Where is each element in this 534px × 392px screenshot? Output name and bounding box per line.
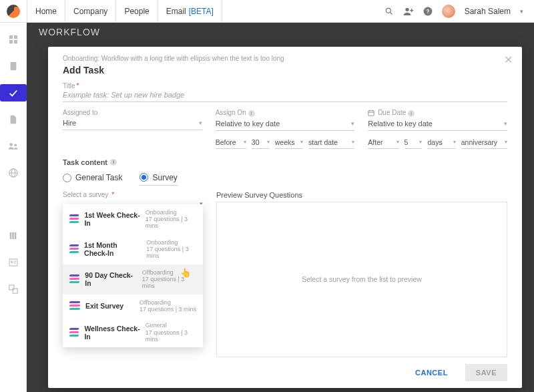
svg-rect-26 [368,111,374,116]
radio-survey[interactable]: Survey [140,170,177,186]
svg-rect-20 [9,259,17,266]
svg-point-13 [14,144,17,146]
radio-general-task[interactable]: General Task [63,173,122,182]
nav-tab-email[interactable]: Email [BETA] [158,0,222,22]
svg-point-0 [386,8,390,13]
modal-title: Add Task [63,65,507,75]
assign-number-select[interactable]: 30▾ [252,136,270,149]
svg-rect-11 [10,62,16,70]
survey-option[interactable]: 1st Week Check-In Onboarding17 questions… [63,204,203,234]
svg-rect-25 [13,288,17,293]
due-unit-select[interactable]: days▾ [427,136,455,149]
preview-box: Select a survey from the list to preview [216,202,507,358]
survey-icon [69,214,79,224]
assigned-to-select[interactable]: Hire▾ [63,116,202,130]
svg-rect-19 [14,232,16,240]
add-task-modal: ✕ Onboarding: Workflow with a long title… [48,47,522,388]
svg-rect-7 [9,35,12,39]
nav-tabs: Home Company People Email [BETA] [27,0,222,22]
sidebar-item-workflow[interactable] [0,84,27,102]
cancel-button[interactable]: CANCEL [405,364,459,381]
assign-unit-select[interactable]: weeks▾ [275,136,303,149]
sidebar-item-swap[interactable] [0,280,27,298]
sidebar-item-document[interactable] [0,57,27,75]
search-icon[interactable] [384,7,394,16]
survey-select-label: Select a survey * [63,191,203,198]
title-input[interactable] [63,89,507,102]
info-icon: i [408,110,415,117]
sidebar-item-file[interactable] [0,111,27,128]
svg-point-21 [11,261,13,263]
add-user-icon[interactable] [403,7,414,16]
nav-tab-email-label: Email [166,7,186,16]
nav-tab-people[interactable]: People [116,0,158,22]
sidebar-item-library[interactable] [0,227,27,244]
help-icon[interactable]: ? [423,7,433,16]
breadcrumb: Onboarding: Workflow with a long title w… [63,55,507,62]
app-logo [0,5,27,18]
svg-rect-24 [9,285,13,290]
main-content: WORKFLOW ✕ Onboarding: Workflow with a l… [27,23,534,392]
nav-tab-company[interactable]: Company [65,0,116,22]
svg-rect-9 [9,40,12,43]
assign-keydate-select[interactable]: start date▾ [308,136,354,149]
survey-option[interactable]: Exit Survey Offboarding17 questions | 3 … [63,295,203,318]
preview-label: Preview Survey Questions [216,191,507,199]
sidebar-item-people[interactable] [0,138,27,155]
svg-rect-17 [9,232,11,240]
svg-rect-18 [12,232,14,240]
user-menu-caret[interactable]: ▾ [520,8,523,15]
due-date-select[interactable]: Relative to key date▾ [368,117,507,131]
info-icon: i [248,110,255,117]
calendar-icon [368,110,374,116]
survey-option[interactable]: Wellness Check-In General17 questions | … [63,317,203,347]
info-icon: i [110,159,117,166]
svg-line-1 [390,12,392,14]
svg-point-2 [405,7,409,11]
sidebar [0,23,27,392]
close-icon[interactable]: ✕ [504,53,513,66]
sidebar-item-globe[interactable] [0,164,27,182]
save-button[interactable]: SAVE [465,364,507,381]
assigned-to-label: Assigned to [63,109,202,116]
survey-icon [69,328,79,337]
svg-point-12 [9,143,13,146]
sidebar-item-id[interactable] [0,254,27,271]
due-direction-select[interactable]: After▾ [368,136,398,149]
page-title: WORKFLOW [39,27,534,37]
beta-badge: [BETA] [189,7,214,16]
nav-tab-home[interactable]: Home [27,0,65,22]
due-number-select[interactable]: 5▾ [405,136,423,149]
assign-on-select[interactable]: Relative to key date▾ [216,117,355,131]
survey-icon [69,244,79,254]
survey-icon [69,274,79,284]
survey-icon [69,301,80,311]
survey-dropdown: 1st Week Check-In Onboarding17 questions… [63,204,203,348]
svg-rect-8 [13,35,17,39]
due-keydate-select[interactable]: anniversary▾ [461,136,507,149]
task-content-label: Task contenti [63,158,507,166]
due-date-label: Due Date i [368,109,507,117]
svg-rect-10 [13,40,17,43]
sidebar-item-dashboard[interactable] [0,31,27,48]
user-name[interactable]: Sarah Salem [465,7,511,16]
top-nav: Home Company People Email [BETA] ? Sarah… [0,0,534,23]
survey-option[interactable]: 1st Month Check-In Onboarding17 question… [63,234,203,264]
avatar[interactable] [442,5,455,18]
title-label: Title* [63,82,507,89]
assign-direction-select[interactable]: Before▾ [216,136,246,149]
assign-on-label: Assign On i [216,109,355,117]
svg-text:?: ? [426,8,429,14]
survey-option[interactable]: 90 Day Check-In Offboarding17 questions … [63,264,203,295]
